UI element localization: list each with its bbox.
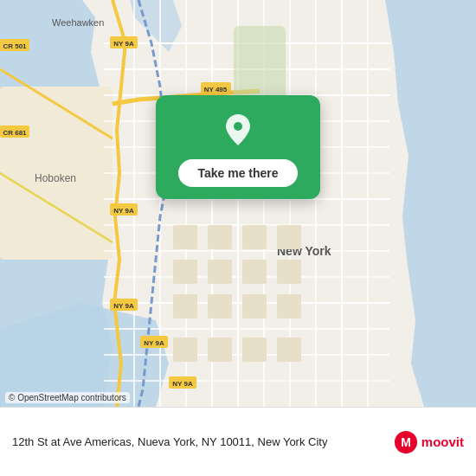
osm-attribution: © OpenStreetMap contributors: [5, 392, 130, 403]
location-card: Take me there: [156, 95, 320, 199]
svg-rect-52: [242, 225, 267, 249]
svg-text:NY 9A: NY 9A: [113, 40, 134, 48]
svg-point-70: [234, 122, 242, 131]
svg-rect-65: [277, 338, 301, 362]
svg-text:NY 495: NY 495: [204, 86, 228, 93]
address-block: 12th St at Ave Americas, Nueva York, NY …: [12, 434, 394, 450]
svg-rect-55: [208, 260, 232, 284]
osm-attribution-text: © OpenStreetMap contributors: [9, 393, 126, 402]
svg-rect-58: [173, 294, 197, 318]
moovit-brand-text: moovit: [421, 434, 464, 449]
map-background: Hoboken Weehawken NY 9A: [0, 0, 476, 407]
svg-rect-50: [173, 225, 197, 249]
map-container: Hoboken Weehawken NY 9A: [0, 0, 476, 407]
svg-text:Hoboken: Hoboken: [35, 172, 76, 184]
svg-rect-54: [173, 260, 197, 284]
svg-rect-56: [242, 260, 267, 284]
svg-text:Weehawken: Weehawken: [52, 17, 104, 28]
svg-text:NY 9A: NY 9A: [113, 207, 134, 215]
svg-text:CR 681: CR 681: [3, 129, 27, 137]
svg-rect-63: [208, 338, 232, 362]
svg-rect-64: [242, 338, 267, 362]
svg-rect-51: [208, 225, 232, 249]
svg-text:CR 501: CR 501: [3, 42, 27, 50]
svg-rect-53: [277, 225, 301, 249]
svg-rect-62: [173, 338, 197, 362]
location-pin-icon: [219, 111, 257, 149]
svg-rect-59: [208, 294, 232, 318]
moovit-icon: M: [394, 430, 418, 454]
svg-text:M: M: [401, 435, 411, 449]
moovit-logo[interactable]: M moovit: [394, 430, 464, 454]
svg-text:NY 9A: NY 9A: [113, 302, 134, 310]
take-me-there-button[interactable]: Take me there: [178, 159, 297, 187]
svg-text:NY 9A: NY 9A: [172, 380, 193, 388]
info-bar: 12th St at Ave Americas, Nueva York, NY …: [0, 407, 476, 476]
address-text: 12th St at Ave Americas, Nueva York, NY …: [12, 435, 327, 448]
svg-rect-60: [242, 294, 267, 318]
svg-text:NY 9A: NY 9A: [144, 339, 164, 347]
svg-rect-61: [277, 294, 301, 318]
svg-rect-57: [277, 260, 301, 284]
